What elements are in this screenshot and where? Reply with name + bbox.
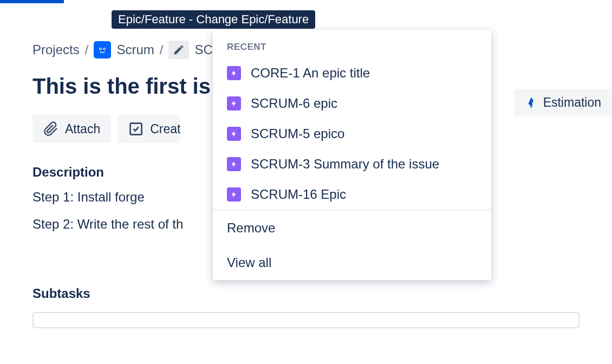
dropdown-item-label: SCRUM-3 Summary of the issue bbox=[251, 157, 439, 172]
dropdown-recent-header: RECENT bbox=[213, 30, 491, 58]
epic-selector-dropdown: RECENT CORE-1 An epic title SCRUM-6 epic… bbox=[213, 30, 491, 280]
epic-icon bbox=[227, 66, 241, 80]
estimation-button[interactable]: Estimation bbox=[514, 89, 612, 116]
create-button-label: Creat bbox=[150, 122, 180, 136]
dropdown-item-scrum-6[interactable]: SCRUM-6 epic bbox=[213, 88, 491, 119]
subtask-container[interactable] bbox=[32, 312, 580, 328]
epic-icon bbox=[227, 157, 241, 171]
project-icon bbox=[94, 41, 111, 58]
atlassian-icon bbox=[525, 96, 538, 109]
dropdown-item-scrum-5[interactable]: SCRUM-5 epico bbox=[213, 119, 491, 149]
svg-point-3 bbox=[104, 48, 105, 49]
dropdown-remove-action[interactable]: Remove bbox=[213, 211, 491, 245]
dropdown-item-core-1[interactable]: CORE-1 An epic title bbox=[213, 58, 491, 88]
subtasks-heading: Subtasks bbox=[32, 286, 580, 301]
attach-button[interactable]: Attach bbox=[32, 115, 111, 143]
dropdown-item-label: SCRUM-16 Epic bbox=[251, 187, 346, 202]
epic-icon bbox=[227, 187, 241, 202]
subtasks-section: Subtasks bbox=[32, 286, 580, 328]
dropdown-item-label: CORE-1 An epic title bbox=[251, 66, 370, 81]
dropdown-view-all-action[interactable]: View all bbox=[213, 245, 491, 280]
breadcrumb-projects[interactable]: Projects bbox=[32, 42, 80, 57]
attach-icon bbox=[43, 121, 58, 136]
epic-edit-icon bbox=[168, 41, 189, 59]
breadcrumb-project[interactable]: Scrum bbox=[94, 41, 154, 58]
dropdown-item-scrum-16[interactable]: SCRUM-16 Epic bbox=[213, 179, 491, 210]
checkbox-icon bbox=[128, 121, 144, 136]
dropdown-item-scrum-3[interactable]: SCRUM-3 Summary of the issue bbox=[213, 149, 491, 179]
svg-point-2 bbox=[100, 48, 101, 49]
breadcrumb-separator: / bbox=[160, 42, 164, 57]
dropdown-item-label: SCRUM-5 epico bbox=[251, 126, 344, 141]
create-button[interactable]: Creat bbox=[118, 115, 180, 143]
breadcrumb-project-label: Scrum bbox=[116, 42, 154, 57]
epic-icon bbox=[227, 96, 241, 110]
epic-icon bbox=[227, 127, 241, 141]
dropdown-item-label: SCRUM-6 epic bbox=[251, 96, 337, 111]
breadcrumb-separator: / bbox=[85, 42, 89, 57]
attach-button-label: Attach bbox=[65, 122, 100, 136]
estimation-button-label: Estimation bbox=[543, 95, 601, 110]
